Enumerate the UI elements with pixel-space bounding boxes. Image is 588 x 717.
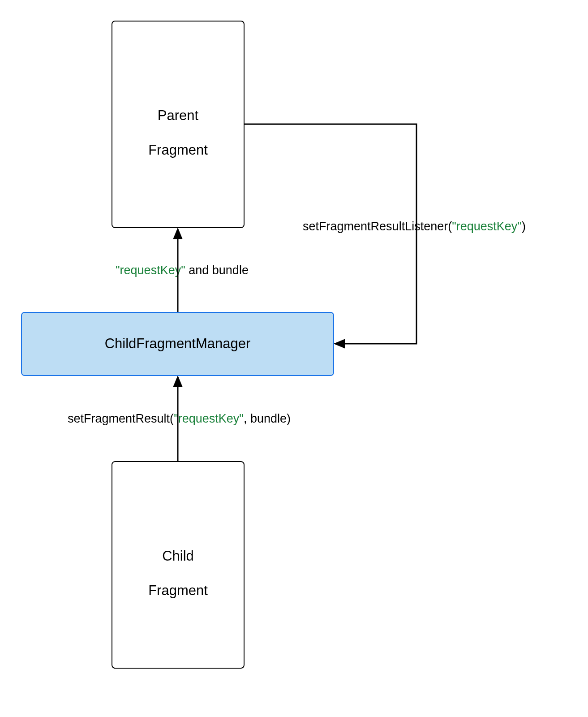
child-fragment-manager-box: ChildFragmentManager [21,312,334,376]
bundle-up-edge-label: "requestKey" and bundle [116,263,259,277]
arrowhead-parent-to-manager [334,339,345,348]
child-fragment-manager-label: ChildFragmentManager [105,335,251,353]
child-fragment-label: Child Fragment [148,530,208,600]
arrowhead-manager-to-parent [173,228,182,239]
child-fragment-box: Child Fragment [112,461,245,669]
edge-parent-to-manager [245,124,416,344]
parent-fragment-label: Parent Fragment [148,90,208,159]
diagram-canvas: Parent Fragment ChildFragmentManager Chi… [0,0,588,717]
set-result-edge-label: setFragmentResult("requestKey", bundle) [60,412,298,426]
parent-fragment-box: Parent Fragment [112,21,245,228]
listener-edge-label: setFragmentResultListener("requestKey") [258,220,571,233]
arrowhead-child-to-manager [173,376,182,387]
